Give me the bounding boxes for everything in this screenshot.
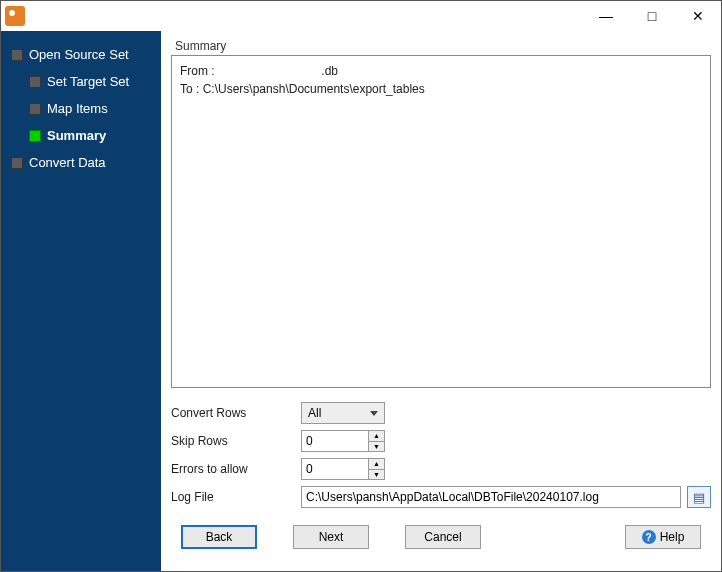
app-window: — □ ✕ Open Source Set Set Target Set Map… (0, 0, 722, 572)
help-icon: ? (642, 530, 656, 544)
log-file-input[interactable] (301, 486, 681, 508)
spin-down-icon[interactable]: ▼ (369, 470, 384, 480)
sidebar-item-convert-data[interactable]: Convert Data (7, 149, 157, 176)
cancel-button[interactable]: Cancel (405, 525, 481, 549)
summary-to-line: To : C:\Users\pansh\Documents\export_tab… (180, 80, 702, 98)
step-marker-icon (11, 49, 23, 61)
browse-icon: ▤ (693, 490, 705, 505)
skip-rows-input[interactable] (301, 430, 369, 452)
summary-textbox: From : .db To : C:\Users\pansh\Documents… (171, 55, 711, 388)
convert-rows-row: Convert Rows All (171, 402, 711, 424)
convert-rows-value: All (308, 406, 321, 420)
back-label: Back (206, 530, 233, 544)
sidebar-item-label: Open Source Set (29, 47, 129, 62)
next-button[interactable]: Next (293, 525, 369, 549)
spin-up-icon[interactable]: ▲ (369, 431, 384, 442)
errors-input[interactable] (301, 458, 369, 480)
to-label: To : (180, 82, 199, 96)
maximize-button[interactable]: □ (629, 1, 675, 31)
from-label: From : (180, 64, 215, 78)
skip-rows-spinner[interactable]: ▲ ▼ (301, 430, 385, 452)
sidebar-item-label: Summary (47, 128, 106, 143)
help-label: Help (660, 530, 685, 544)
sidebar-item-set-target-set[interactable]: Set Target Set (7, 68, 157, 95)
app-icon (5, 6, 25, 26)
spin-buttons: ▲ ▼ (369, 430, 385, 452)
log-file-row: Log File ▤ (171, 486, 711, 508)
errors-row: Errors to allow ▲ ▼ (171, 458, 711, 480)
body: Open Source Set Set Target Set Map Items… (1, 31, 721, 571)
spin-up-icon[interactable]: ▲ (369, 459, 384, 470)
step-marker-icon (29, 130, 41, 142)
from-value: .db (321, 64, 338, 78)
main-panel: Summary From : .db To : C:\Users\pansh\D… (161, 31, 721, 571)
step-marker-icon (11, 157, 23, 169)
titlebar: — □ ✕ (1, 1, 721, 31)
cancel-label: Cancel (424, 530, 461, 544)
spin-down-icon[interactable]: ▼ (369, 442, 384, 452)
step-marker-icon (29, 76, 41, 88)
back-button[interactable]: Back (181, 525, 257, 549)
skip-rows-label: Skip Rows (171, 434, 301, 448)
sidebar-item-map-items[interactable]: Map Items (7, 95, 157, 122)
sidebar-item-summary[interactable]: Summary (7, 122, 157, 149)
section-title: Summary (175, 39, 711, 53)
summary-from-line: From : .db (180, 62, 702, 80)
sidebar-item-label: Convert Data (29, 155, 106, 170)
errors-label: Errors to allow (171, 462, 301, 476)
browse-log-button[interactable]: ▤ (687, 486, 711, 508)
options-panel: Convert Rows All Skip Rows ▲ ▼ (171, 402, 711, 514)
step-marker-icon (29, 103, 41, 115)
sidebar-item-label: Map Items (47, 101, 108, 116)
sidebar-item-label: Set Target Set (47, 74, 129, 89)
minimize-button[interactable]: — (583, 1, 629, 31)
next-label: Next (319, 530, 344, 544)
sidebar-item-open-source-set[interactable]: Open Source Set (7, 41, 157, 68)
wizard-footer: Back Next Cancel ? Help (171, 514, 711, 561)
close-button[interactable]: ✕ (675, 1, 721, 31)
errors-spinner[interactable]: ▲ ▼ (301, 458, 385, 480)
skip-rows-row: Skip Rows ▲ ▼ (171, 430, 711, 452)
wizard-sidebar: Open Source Set Set Target Set Map Items… (1, 31, 161, 571)
spin-buttons: ▲ ▼ (369, 458, 385, 480)
help-button[interactable]: ? Help (625, 525, 701, 549)
log-file-label: Log File (171, 490, 301, 504)
convert-rows-select[interactable]: All (301, 402, 385, 424)
convert-rows-label: Convert Rows (171, 406, 301, 420)
to-value: C:\Users\pansh\Documents\export_tables (203, 82, 425, 96)
